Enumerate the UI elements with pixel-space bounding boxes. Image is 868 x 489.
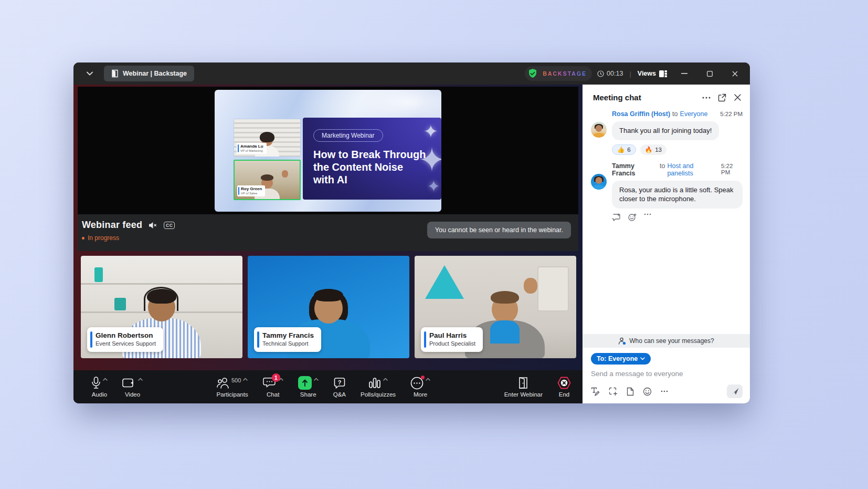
audio-button[interactable]: Audio xyxy=(91,376,108,398)
speaker-name: Amanda Lu xyxy=(240,144,263,149)
message-more-icon[interactable] xyxy=(644,213,651,222)
screen-capture-icon[interactable] xyxy=(609,387,618,396)
meeting-timer: 00:13 xyxy=(597,70,623,77)
tab-webinar-backstage[interactable]: Webinar | Backstage xyxy=(104,66,194,81)
clock-icon xyxy=(597,70,604,77)
share-screen-icon xyxy=(298,376,312,390)
close-button[interactable] xyxy=(727,66,743,81)
polls-label: Polls/quizzes xyxy=(361,391,396,398)
qa-button[interactable]: ? Q&A xyxy=(333,376,346,398)
to-pill-label: To: Everyone xyxy=(597,355,638,362)
door-enter-icon xyxy=(518,377,528,389)
reaction-thumbs-up[interactable]: 👍 6 xyxy=(612,144,636,155)
chevron-up-icon[interactable] xyxy=(243,378,248,381)
chat-message: Tammy Francis to Host and panelists 5:22… xyxy=(591,162,743,222)
chevron-up-icon[interactable] xyxy=(314,378,319,381)
triangle-decor xyxy=(425,265,464,299)
composer-toolbar xyxy=(591,384,743,398)
preview-nameplate: Roy Green VP of Sales xyxy=(237,185,265,196)
person-privacy-icon xyxy=(618,337,626,345)
recipient-link[interactable]: Everyone xyxy=(680,110,708,118)
more-button[interactable]: More xyxy=(410,376,430,398)
recipient-selector[interactable]: To: Everyone xyxy=(591,353,651,365)
webinar-feed-stage: Amanda Lu VP of Marketing xyxy=(78,87,578,214)
webinar-feed-bar: Webinar feed CC In progress You cannot b… xyxy=(78,214,578,251)
participant-name: Glenn Robertson xyxy=(96,331,156,340)
video-tile-paul: Paul Harris Product Specialist xyxy=(415,256,576,358)
message-composer: To: Everyone xyxy=(583,348,750,403)
speaker-name: Roy Green xyxy=(241,186,262,191)
participants-button[interactable]: 500 Participants xyxy=(217,376,248,398)
maximize-button[interactable] xyxy=(702,66,717,81)
window-body: Amanda Lu VP of Marketing xyxy=(73,85,750,403)
add-reaction-icon[interactable] xyxy=(628,213,637,222)
pop-out-icon[interactable] xyxy=(718,93,726,102)
shared-slide: Marketing Webinar How to Break Through t… xyxy=(303,118,441,200)
avatar-rosa xyxy=(591,122,607,138)
window-chevron-down-icon[interactable] xyxy=(83,67,97,80)
chat-close-icon[interactable] xyxy=(734,93,742,101)
chat-unread-badge: 1 xyxy=(272,373,280,382)
enter-webinar-button[interactable]: Enter Webinar xyxy=(504,376,543,398)
more-options-icon xyxy=(410,377,424,390)
format-text-icon[interactable] xyxy=(591,387,600,396)
microphone-icon xyxy=(91,377,101,389)
reaction-fire[interactable]: 🔥 13 xyxy=(640,144,666,155)
qa-icon: ? xyxy=(333,377,346,389)
feed-title: Webinar feed xyxy=(82,220,142,231)
emoji-icon[interactable] xyxy=(643,387,652,396)
chat-more-options-icon[interactable] xyxy=(702,97,711,99)
quote-reply-icon[interactable] xyxy=(612,213,621,222)
message-bubble: Thank you all for joining today! xyxy=(612,121,719,140)
message-input[interactable] xyxy=(591,370,743,378)
chat-button[interactable]: 1 Chat xyxy=(263,376,283,398)
minimize-button[interactable] xyxy=(676,66,692,81)
video-button[interactable]: Video xyxy=(122,376,143,398)
recipient-link[interactable]: Host and panelists xyxy=(667,162,719,177)
chat-title: Meeting chat xyxy=(593,93,641,102)
sparkle-icon: ✦ xyxy=(418,141,441,179)
views-label: Views xyxy=(638,70,656,77)
composer-more-icon[interactable] xyxy=(661,390,668,392)
participant-name: Paul Harris xyxy=(429,331,475,340)
backstage-badge: BACKSTAGE xyxy=(543,70,587,77)
views-button[interactable]: Views xyxy=(638,70,667,77)
sender-link[interactable]: Rosa Griffin (Host) xyxy=(612,110,670,118)
speaker-muted-icon[interactable] xyxy=(149,222,157,229)
end-meeting-icon xyxy=(557,377,571,389)
share-button[interactable]: Share xyxy=(298,376,319,398)
notification-dot xyxy=(421,376,425,379)
preview-speaker-column: Amanda Lu VP of Marketing xyxy=(234,119,301,200)
chat-header: Meeting chat xyxy=(583,85,750,107)
polls-button[interactable]: Polls/quizzes xyxy=(361,376,396,398)
send-message-button[interactable] xyxy=(727,384,743,398)
chevron-up-icon[interactable] xyxy=(383,378,388,381)
attach-file-icon[interactable] xyxy=(627,387,634,396)
end-button[interactable]: End xyxy=(557,376,571,398)
chevron-up-icon[interactable] xyxy=(103,378,108,381)
thumbs-up-emoji: 👍 xyxy=(617,146,624,153)
to-word: to xyxy=(672,110,678,118)
speaker-role: VP of Sales xyxy=(241,192,262,195)
who-can-see-text: Who can see your messages? xyxy=(629,337,714,345)
closed-captions-icon[interactable]: CC xyxy=(164,222,175,229)
video-tile-glenn: Glenn Robertson Event Services Support xyxy=(81,256,242,358)
video-tile-tammy: Tammy Francis Technical Support xyxy=(248,256,409,358)
qa-label: Q&A xyxy=(333,391,346,398)
status-dot xyxy=(82,237,84,240)
polls-bar-chart-icon xyxy=(368,377,381,389)
participant-role: Technical Support xyxy=(262,340,314,348)
chat-message: Rosa Griffin (Host) to Everyone 5:22 PM … xyxy=(591,110,743,155)
participants-label: Participants xyxy=(217,391,248,398)
chevron-up-icon[interactable] xyxy=(138,378,143,381)
chat-label: Chat xyxy=(267,391,279,398)
sender-name[interactable]: Tammy Francis xyxy=(612,162,658,177)
backstage-main-area: Amanda Lu VP of Marketing xyxy=(73,85,583,403)
title-bar: Webinar | Backstage BACKSTAGE 00:13 | xyxy=(73,63,750,85)
shelf-decor xyxy=(94,267,103,282)
fire-emoji: 🔥 xyxy=(645,146,652,153)
layout-grid-icon xyxy=(659,70,667,77)
chevron-up-icon[interactable] xyxy=(426,378,430,381)
message-time: 5:22 PM xyxy=(720,111,743,117)
participants-count: 500 xyxy=(231,377,241,383)
